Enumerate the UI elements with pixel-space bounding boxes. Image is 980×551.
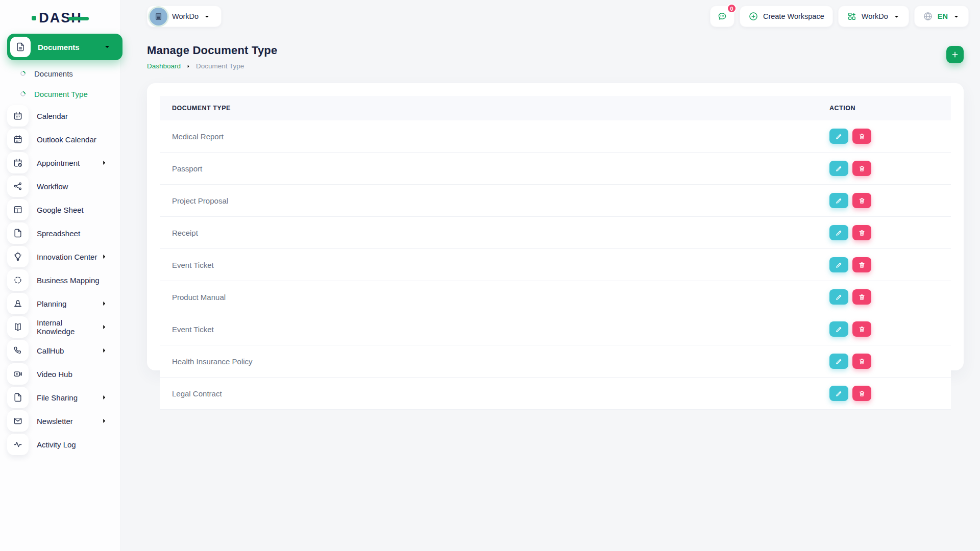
- sidebar-item-label: Outlook Calendar: [37, 135, 115, 144]
- page-title: Manage Document Type: [147, 44, 277, 57]
- sidebar-item-spreadsheet[interactable]: Spreadsheet: [0, 221, 120, 245]
- chevron-right-icon: [100, 346, 108, 355]
- trash-icon: [858, 325, 866, 333]
- sidebar-item-label: Planning: [37, 299, 100, 308]
- language-label: EN: [938, 12, 948, 20]
- trash-icon: [858, 261, 866, 269]
- content-column: WorkDo 0 Create Workspace WorkDo: [120, 0, 980, 551]
- sidebar-item-planning[interactable]: Planning: [0, 292, 120, 315]
- table-row: Passport: [160, 153, 951, 185]
- sidebar-item-label: Internal Knowledge: [37, 318, 100, 336]
- calendar-icon: [7, 129, 29, 150]
- sidebar-item-label: Newsletter: [37, 417, 100, 425]
- sidebar-item-workflow[interactable]: Workflow: [0, 174, 120, 198]
- document-type-cell: Project Proposal: [160, 185, 817, 217]
- delete-button[interactable]: [852, 257, 871, 272]
- sidebar-item-activity-log[interactable]: Activity Log: [0, 433, 120, 456]
- delete-button[interactable]: [852, 129, 871, 144]
- trash-icon: [858, 133, 866, 140]
- sidebar-nav: DocumentsDocumentsDocument TypeCalendarO…: [0, 33, 120, 456]
- edit-button[interactable]: [829, 193, 848, 208]
- app-switcher-button[interactable]: WorkDo: [838, 6, 909, 27]
- sidebar-item-outlook-calendar[interactable]: Outlook Calendar: [0, 128, 120, 151]
- breadcrumb: Dashboard Document Type: [147, 62, 277, 70]
- plus-icon: [951, 51, 959, 59]
- sidebar-item-file-sharing[interactable]: File Sharing: [0, 386, 120, 409]
- sidebar-subitem-document-type[interactable]: Document Type: [0, 84, 120, 104]
- sidebar-item-label: Calendar: [37, 112, 115, 120]
- file-icon: [7, 387, 29, 408]
- delete-button[interactable]: [852, 354, 871, 369]
- sidebar-item-label: Video Hub: [37, 370, 115, 379]
- chat-icon: [717, 11, 727, 21]
- delete-button[interactable]: [852, 161, 871, 176]
- progress-circle-icon: [19, 70, 27, 77]
- sidebar-item-calendar[interactable]: Calendar: [0, 104, 120, 128]
- edit-button[interactable]: [829, 225, 848, 240]
- table-row: Medical Report: [160, 120, 951, 153]
- edit-button[interactable]: [829, 289, 848, 305]
- trash-icon: [858, 390, 866, 397]
- workspace-name: WorkDo: [172, 12, 199, 20]
- edit-button[interactable]: [829, 321, 848, 337]
- sidebar-subitem-documents[interactable]: Documents: [0, 63, 120, 84]
- create-workspace-label: Create Workspace: [763, 12, 824, 20]
- bulb-icon: [7, 246, 29, 267]
- sidebar-item-label: Appointment: [37, 159, 100, 167]
- chevron-right-icon: [185, 63, 191, 69]
- row-actions: [829, 257, 939, 272]
- sidebar-item-documents[interactable]: Documents: [7, 34, 122, 60]
- delete-button[interactable]: [852, 321, 871, 337]
- dashed-circle-icon: [7, 269, 29, 291]
- sidebar-item-appointment[interactable]: Appointment: [0, 151, 120, 174]
- delete-button[interactable]: [852, 193, 871, 208]
- row-actions: [829, 161, 939, 176]
- sidebar-item-internal-knowledge[interactable]: Internal Knowledge: [0, 315, 120, 339]
- messages-button[interactable]: 0: [710, 6, 734, 27]
- delete-button[interactable]: [852, 386, 871, 401]
- trash-icon: [858, 165, 866, 172]
- add-document-type-button[interactable]: [946, 46, 964, 63]
- sidebar-item-business-mapping[interactable]: Business Mapping: [0, 268, 120, 292]
- calendar-icon: [7, 105, 29, 127]
- breadcrumb-dashboard-link[interactable]: Dashboard: [147, 62, 181, 70]
- document-type-table: DOCUMENT TYPE ACTION Medical ReportPassp…: [160, 96, 951, 410]
- activity-icon: [7, 434, 29, 455]
- edit-button[interactable]: [829, 129, 848, 144]
- language-selector[interactable]: EN: [914, 6, 969, 27]
- sidebar-item-video-hub[interactable]: Video Hub: [0, 362, 120, 386]
- edit-button[interactable]: [829, 354, 848, 369]
- create-workspace-button[interactable]: Create Workspace: [740, 6, 833, 27]
- document-type-card: DOCUMENT TYPE ACTION Medical ReportPassp…: [147, 83, 964, 370]
- delete-button[interactable]: [852, 289, 871, 305]
- edit-button[interactable]: [829, 386, 848, 401]
- table-row: Event Ticket: [160, 249, 951, 281]
- document-type-cell: Product Manual: [160, 281, 817, 313]
- page-head: Manage Document Type Dashboard Document …: [147, 44, 964, 70]
- sidebar-item-google-sheet[interactable]: Google Sheet: [0, 198, 120, 221]
- row-actions: [829, 321, 939, 337]
- pencil-icon: [835, 261, 843, 269]
- document-type-cell: Medical Report: [160, 120, 817, 153]
- chevron-right-icon: [100, 253, 108, 261]
- phone-icon: [7, 340, 29, 361]
- app-switcher-label: WorkDo: [862, 12, 888, 20]
- pencil-icon: [835, 293, 843, 301]
- chevron-down-icon: [952, 13, 960, 20]
- file-icon: [7, 222, 29, 244]
- sidebar-item-innovation-center[interactable]: Innovation Center: [0, 245, 120, 268]
- document-type-cell: Event Ticket: [160, 313, 817, 345]
- workspace-selector[interactable]: WorkDo: [147, 6, 222, 27]
- edit-button[interactable]: [829, 257, 848, 272]
- sidebar-item-label: Workflow: [37, 182, 115, 191]
- plus-circle-icon: [748, 11, 758, 21]
- sidebar-item-callhub[interactable]: CallHub: [0, 339, 120, 362]
- sidebar-item-label: CallHub: [37, 346, 100, 355]
- main-content: Manage Document Type Dashboard Document …: [120, 33, 980, 370]
- sidebar-item-newsletter[interactable]: Newsletter: [0, 409, 120, 433]
- row-actions: [829, 225, 939, 240]
- edit-button[interactable]: [829, 161, 848, 176]
- table-row: Project Proposal: [160, 185, 951, 217]
- delete-button[interactable]: [852, 225, 871, 240]
- column-header-action: ACTION: [817, 96, 951, 120]
